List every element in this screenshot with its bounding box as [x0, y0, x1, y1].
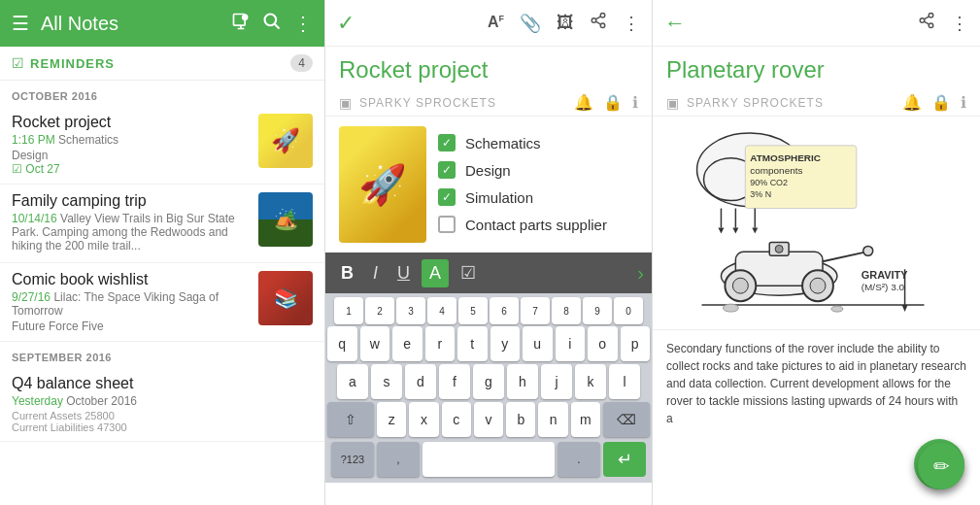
key-q[interactable]: q: [327, 326, 357, 361]
key-r[interactable]: r: [425, 326, 456, 361]
key-n[interactable]: n: [538, 402, 567, 437]
rover-info-icon[interactable]: ℹ: [961, 93, 966, 112]
search-icon[interactable]: [262, 12, 282, 36]
checkbox-design[interactable]: ✓: [438, 161, 456, 179]
key-i[interactable]: i: [556, 326, 586, 361]
confirm-icon[interactable]: ✓: [337, 11, 355, 36]
key-8[interactable]: 8: [552, 297, 581, 324]
italic-button[interactable]: I: [365, 259, 386, 287]
attach-icon[interactable]: 📎: [520, 13, 541, 34]
info-icon[interactable]: ℹ: [632, 93, 638, 112]
note-item-q4[interactable]: Q4 balance sheet Yesterday October 2016 …: [0, 367, 324, 442]
check-item-simulation[interactable]: ✓ Simulation: [438, 188, 607, 206]
checkbox-contact[interactable]: [438, 216, 456, 233]
note-meta-q4: Yesterday October 2016: [12, 394, 313, 408]
svg-point-2: [265, 14, 277, 25]
back-icon[interactable]: ←: [664, 11, 686, 36]
rover-alarm-icon[interactable]: 🔔: [902, 93, 922, 112]
compose-icon[interactable]: [231, 12, 251, 36]
key-e[interactable]: e: [392, 326, 422, 361]
underline-button[interactable]: U: [389, 259, 418, 287]
period-key[interactable]: .: [558, 442, 600, 477]
key-l[interactable]: l: [609, 364, 640, 399]
svg-text:90% CO2: 90% CO2: [750, 178, 788, 187]
more-icon[interactable]: ⋮: [293, 12, 313, 35]
key-z[interactable]: z: [377, 402, 406, 437]
reminders-bar[interactable]: ☑ REMINDERS 4: [0, 47, 324, 81]
rocket-notebook-row: ▣ SPARKY SPROCKETS 🔔 🔒 ℹ: [325, 89, 652, 117]
svg-line-13: [924, 17, 929, 19]
note-item-camping[interactable]: Family camping trip 10/14/16 Valley View…: [0, 185, 324, 263]
key-b[interactable]: b: [506, 402, 535, 437]
enter-key[interactable]: ↵: [603, 442, 646, 477]
notes-topbar: ☰ All Notes ⋮: [0, 0, 324, 47]
key-5[interactable]: 5: [458, 297, 488, 324]
rover-edit-fab[interactable]: ✏: [918, 443, 964, 489]
reminders-label: REMINDERS: [30, 56, 290, 71]
key-1[interactable]: 1: [334, 297, 363, 324]
panel-planetary-rover: ← ⋮ Planetary rover ▣ SPARKY SPROCKETS 🔔…: [653, 0, 980, 505]
key-h[interactable]: h: [507, 364, 538, 399]
key-a[interactable]: a: [337, 364, 368, 399]
svg-point-11: [929, 23, 933, 28]
delete-key[interactable]: ⌫: [603, 402, 650, 437]
key-g[interactable]: g: [473, 364, 504, 399]
key-6[interactable]: 6: [490, 297, 519, 324]
key-o[interactable]: o: [588, 326, 618, 361]
toolbar-arrow[interactable]: ›: [637, 262, 644, 285]
text-format-icon[interactable]: AF: [488, 14, 504, 31]
check-item-schematics[interactable]: ✓ Schematics: [438, 134, 607, 152]
checkbox-schematics[interactable]: ✓: [438, 134, 456, 152]
key-w[interactable]: w: [360, 326, 390, 361]
highlight-button[interactable]: A: [422, 259, 449, 287]
key-4[interactable]: 4: [427, 297, 456, 324]
rover-lock-icon[interactable]: 🔒: [931, 93, 951, 112]
rover-more-icon[interactable]: ⋮: [951, 13, 968, 34]
image-icon[interactable]: 🖼: [557, 13, 574, 33]
more-options-icon[interactable]: ⋮: [623, 13, 640, 34]
key-d[interactable]: d: [405, 364, 436, 399]
menu-icon[interactable]: ☰: [12, 12, 29, 35]
note-text-rocket: Rocket project 1:16 PM Schematics Design…: [12, 114, 251, 176]
key-3[interactable]: 3: [396, 297, 425, 324]
key-9[interactable]: 9: [583, 297, 612, 324]
key-s[interactable]: s: [371, 364, 402, 399]
svg-text:(M/S²) 3.0: (M/S²) 3.0: [862, 282, 905, 292]
key-k[interactable]: k: [575, 364, 606, 399]
key-p[interactable]: p: [621, 326, 651, 361]
note-title-camping: Family camping trip: [12, 192, 251, 210]
key-x[interactable]: x: [409, 402, 438, 437]
edit-icon: ✏: [933, 454, 950, 478]
key-2[interactable]: 2: [365, 297, 394, 324]
key-v[interactable]: v: [474, 402, 503, 437]
key-y[interactable]: y: [490, 326, 521, 361]
check-item-design[interactable]: ✓ Design: [438, 161, 607, 179]
asdf-row: a s d f g h j k l: [327, 364, 650, 399]
note-item-comic[interactable]: Comic book wishlist 9/27/16 Lilac: The S…: [0, 263, 324, 342]
note-item-rocket[interactable]: Rocket project 1:16 PM Schematics Design…: [0, 106, 324, 185]
key-7[interactable]: 7: [521, 297, 550, 324]
key-0[interactable]: 0: [614, 297, 643, 324]
key-c[interactable]: c: [442, 402, 471, 437]
sym-key[interactable]: ?123: [331, 442, 374, 477]
key-t[interactable]: t: [457, 326, 488, 361]
rover-title-row: Planetary rover: [653, 47, 980, 89]
key-j[interactable]: j: [541, 364, 572, 399]
lock-icon[interactable]: 🔒: [603, 93, 623, 112]
section-october: OCTOBER 2016: [0, 81, 324, 106]
checkbox-simulation[interactable]: ✓: [438, 188, 456, 206]
task-button[interactable]: ☑: [453, 258, 484, 287]
share-icon[interactable]: [590, 12, 607, 34]
space-key[interactable]: [422, 442, 555, 477]
comma-key[interactable]: ,: [377, 442, 420, 477]
key-u[interactable]: u: [523, 326, 553, 361]
key-m[interactable]: m: [571, 402, 600, 437]
bold-button[interactable]: B: [333, 259, 361, 287]
alarm-icon[interactable]: 🔔: [574, 93, 593, 112]
key-f[interactable]: f: [439, 364, 470, 399]
keyboard: 1 2 3 4 5 6 7 8 9 0 q w e r t y u i o: [325, 293, 652, 483]
check-item-contact[interactable]: Contact parts supplier: [438, 216, 607, 233]
shift-key[interactable]: ⇧: [327, 402, 374, 437]
svg-point-36: [863, 246, 873, 255]
rover-share-icon[interactable]: [918, 12, 935, 34]
